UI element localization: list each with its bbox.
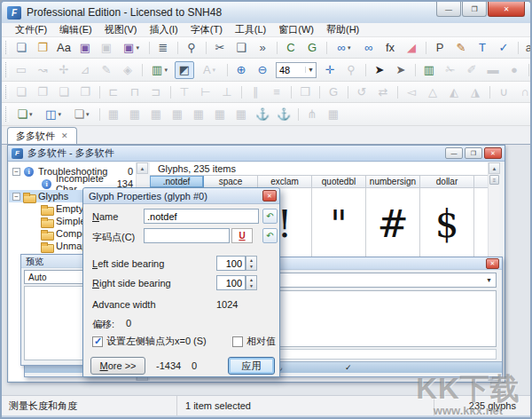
bring-forward-button[interactable]: ❏ bbox=[54, 83, 74, 101]
new-font-button[interactable]: ❏ bbox=[12, 39, 31, 57]
document-maximize-button[interactable]: ❐ bbox=[465, 147, 482, 159]
pointer-mode-button[interactable]: ➤ bbox=[370, 61, 389, 79]
document-minimize-button[interactable]: — bbox=[445, 147, 463, 159]
font-properties-button[interactable]: P bbox=[430, 39, 450, 57]
fill-tool[interactable]: ◈ bbox=[118, 61, 137, 79]
metrics-options-button[interactable]: A bbox=[196, 61, 223, 79]
formula-button[interactable]: fx bbox=[380, 39, 400, 57]
align-right-button[interactable]: ⊐ bbox=[146, 83, 166, 101]
insert-glyph-button[interactable]: ❏ bbox=[12, 106, 38, 123]
scroll-up-icon[interactable]: ▲ bbox=[489, 162, 500, 174]
glyph-from-selection-button[interactable]: G bbox=[324, 83, 343, 101]
tree-expander-icon[interactable] bbox=[30, 241, 40, 251]
flip-vertical-button[interactable]: △ bbox=[423, 83, 442, 101]
save-font-button[interactable]: ▣ bbox=[75, 39, 95, 57]
show-anchors-button[interactable]: ⚓ bbox=[253, 106, 272, 123]
union-contours-button[interactable]: ∪ bbox=[494, 83, 513, 101]
rotate-button[interactable]: ↺ bbox=[352, 83, 372, 101]
minimize-button[interactable]: — bbox=[436, 2, 461, 17]
measure-tool[interactable]: ⊿ bbox=[75, 61, 95, 79]
show-guidelines-button[interactable]: ▦ bbox=[146, 106, 166, 123]
rename-glyphs-button[interactable]: T bbox=[473, 39, 492, 57]
scroll-up-icon[interactable]: ▲ bbox=[137, 162, 148, 174]
rsb-field[interactable] bbox=[216, 275, 246, 290]
lsb-spinner[interactable]: ▲▼ bbox=[246, 256, 257, 271]
menu-insert[interactable]: 插入(I) bbox=[143, 23, 184, 36]
menu-view[interactable]: 视图(V) bbox=[98, 23, 144, 36]
pan-tool[interactable]: ✢ bbox=[54, 61, 74, 79]
menu-edit[interactable]: 编辑(E) bbox=[53, 23, 98, 36]
show-grid-button[interactable]: ▦ bbox=[104, 106, 123, 123]
menu-font[interactable]: 字体(T) bbox=[184, 23, 229, 36]
maximize-button[interactable]: ❐ bbox=[462, 2, 487, 17]
rsb-spinner[interactable]: ▲▼ bbox=[246, 275, 257, 290]
chevron-down-icon[interactable]: ▼ bbox=[305, 67, 316, 73]
autonaming-button[interactable]: ab bbox=[522, 39, 532, 57]
tree-expander-icon[interactable] bbox=[30, 179, 40, 189]
ellipse-tool[interactable]: ● bbox=[505, 61, 524, 79]
send-to-back-button[interactable]: ❐ bbox=[33, 83, 52, 101]
glyph-column-quotedbl[interactable]: quotedbl bbox=[312, 176, 366, 187]
mirror-left-button[interactable]: ◭ bbox=[444, 83, 464, 101]
dialog-close-button[interactable]: ✕ bbox=[262, 190, 277, 202]
tree-expander-icon[interactable] bbox=[12, 168, 20, 176]
flip-horizontal-button[interactable]: ◅ bbox=[402, 83, 421, 101]
intersect-contours-button[interactable]: ∩ bbox=[515, 83, 532, 101]
lsb-field[interactable] bbox=[216, 256, 246, 271]
align-bottom-button[interactable]: ⊥ bbox=[217, 83, 237, 101]
codepoint-field[interactable] bbox=[144, 228, 230, 243]
zoom-box-button[interactable]: ⚲ bbox=[341, 61, 361, 79]
glyph-cell-dollar[interactable]: $ bbox=[420, 188, 474, 259]
point-structure-button[interactable]: ⋔ bbox=[302, 106, 322, 123]
link-composite-button[interactable]: ∞ bbox=[331, 39, 357, 57]
scrollbar-thumb[interactable]: ≡ bbox=[489, 175, 499, 185]
copy-button[interactable]: ❑ bbox=[231, 39, 251, 57]
export-glyph-button[interactable]: ❏ bbox=[68, 106, 95, 123]
tree-expander-icon[interactable] bbox=[12, 193, 20, 201]
glyph-column-numbersign[interactable]: numbersign bbox=[366, 176, 420, 187]
insert-image-button[interactable]: ▥ bbox=[419, 61, 439, 79]
tab-font-document[interactable]: 多多软件 ✕ bbox=[7, 127, 77, 144]
more-button[interactable]: More >> bbox=[90, 357, 145, 375]
background-image-button[interactable]: ▥ bbox=[146, 61, 173, 79]
save-as-button[interactable]: ▣ bbox=[118, 39, 145, 57]
insert-characters-button[interactable]: C bbox=[281, 39, 301, 57]
align-middle-button[interactable]: ⊢ bbox=[196, 83, 215, 101]
fill-mode-toggle[interactable]: ◩ bbox=[175, 61, 194, 79]
lock-grid-button[interactable]: ▦ bbox=[231, 106, 251, 123]
toolbar-overflow-chevron[interactable]: » bbox=[253, 39, 272, 57]
document-close-button[interactable]: ✕ bbox=[484, 147, 502, 159]
contour-mode-button[interactable]: ➤ bbox=[391, 61, 411, 79]
mirror-right-button[interactable]: ◮ bbox=[466, 83, 485, 101]
insert-glyphs-button[interactable]: G bbox=[302, 39, 322, 57]
glyph-name-field[interactable] bbox=[144, 209, 259, 224]
lock-guidelines-button[interactable]: ▦ bbox=[189, 106, 208, 123]
pen-tool[interactable]: ✐ bbox=[462, 61, 481, 79]
anchor-x0-checkbox[interactable]: 设置左侧轴点为x=0 (S) bbox=[92, 335, 207, 348]
distribute-horizontal-button[interactable]: ∥ bbox=[246, 83, 265, 101]
checkbox-icon[interactable] bbox=[92, 336, 103, 347]
menu-help[interactable]: 帮助(H) bbox=[320, 23, 365, 36]
tab-close-icon[interactable]: ✕ bbox=[61, 131, 68, 140]
zoom-out-button[interactable]: ⊖ bbox=[253, 61, 272, 79]
glyph-column-notdef[interactable]: .notdef bbox=[150, 176, 204, 187]
align-left-button[interactable]: ⊏ bbox=[104, 83, 123, 101]
revert-codepoint-button[interactable]: ↶ bbox=[262, 228, 278, 243]
unicode-picker-button[interactable]: U bbox=[231, 228, 253, 243]
tree-expander-icon[interactable] bbox=[30, 217, 40, 226]
select-tool[interactable]: ▭ bbox=[12, 61, 31, 79]
send-backward-button[interactable]: ❐ bbox=[75, 83, 95, 101]
relative-values-checkbox[interactable]: 相对值 bbox=[232, 335, 276, 348]
tree-expander-icon[interactable] bbox=[30, 204, 40, 214]
composite-info-button[interactable]: ▦ bbox=[324, 106, 343, 123]
distribute-vertical-button[interactable]: ≡ bbox=[267, 83, 286, 101]
bring-to-front-button[interactable]: ❏ bbox=[12, 83, 31, 101]
lock-anchors-button[interactable]: ⚓ bbox=[274, 106, 293, 123]
menu-window[interactable]: 窗口(W) bbox=[272, 23, 320, 36]
lasso-tool[interactable]: ↝ bbox=[33, 61, 52, 79]
rectangle-tool[interactable]: ▬ bbox=[483, 61, 503, 79]
menu-tools[interactable]: 工具(L) bbox=[229, 23, 272, 36]
tree-expander-icon[interactable] bbox=[30, 229, 40, 239]
checkbox-icon[interactable] bbox=[232, 336, 243, 347]
glyph-column-exclam[interactable]: exclam bbox=[258, 176, 312, 187]
